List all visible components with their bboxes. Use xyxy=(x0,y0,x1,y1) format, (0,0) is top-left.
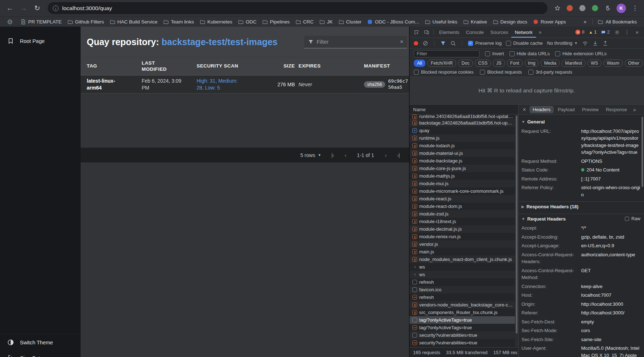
column-header[interactable]: LAST MODIFIED xyxy=(142,60,171,73)
request-row[interactable]: ws xyxy=(409,271,518,278)
resource-type-chip[interactable]: WS xyxy=(588,60,601,67)
extensions-puzzle-icon[interactable] xyxy=(602,3,613,14)
resource-type-chip[interactable]: Img xyxy=(525,60,539,67)
bookmark-item[interactable]: CRC xyxy=(293,19,317,25)
device-toolbar-icon[interactable] xyxy=(422,28,431,36)
bookmarks-overflow-icon[interactable]: » xyxy=(580,19,590,25)
request-row[interactable]: vendors-node_modules_backstage_core-c… xyxy=(409,301,518,309)
request-row[interactable]: quay xyxy=(409,127,518,134)
column-header[interactable]: EXPIRES xyxy=(299,63,364,69)
table-row[interactable]: latest-linux-arm64 Feb 6, 2024, 3:09 PM … xyxy=(81,75,409,93)
bookmark-item[interactable]: Useful links xyxy=(422,19,460,25)
request-row[interactable]: security?vulnerabilities=true xyxy=(409,339,518,347)
details-tab[interactable]: Payload xyxy=(554,106,578,113)
site-info-icon[interactable]: i xyxy=(53,5,59,11)
request-row[interactable]: refresh xyxy=(409,293,518,301)
raw-toggle[interactable]: Raw xyxy=(625,216,640,221)
column-header[interactable]: TAG xyxy=(87,63,142,69)
resource-type-chip[interactable]: Manifest xyxy=(562,60,585,67)
more-panels-icon[interactable]: » xyxy=(537,29,544,35)
export-har-icon[interactable] xyxy=(602,40,608,46)
details-tab[interactable]: Headers xyxy=(529,106,554,113)
resource-type-chip[interactable]: Font xyxy=(507,60,523,67)
import-har-icon[interactable] xyxy=(592,40,598,46)
bookmark-item[interactable]: Github Filters xyxy=(65,19,107,25)
record-button[interactable] xyxy=(414,41,418,45)
request-row[interactable]: src_components_Router_tsx.chunk.js xyxy=(409,309,518,316)
repo-filter-input[interactable] xyxy=(317,39,397,45)
request-row[interactable]: vendor.js xyxy=(409,240,518,248)
request-row[interactable]: module-mui.js xyxy=(409,180,518,187)
request-row[interactable]: favicon.ico xyxy=(409,286,518,293)
devtools-tab[interactable]: Elements xyxy=(436,27,463,38)
details-scrollbar[interactable] xyxy=(641,115,644,357)
request-row[interactable]: backstage.24024826a6aa81bdbf56.hot-up… xyxy=(409,119,518,127)
profile-avatar[interactable]: K xyxy=(617,4,626,13)
bookmark-item[interactable]: HAC Build Service xyxy=(107,19,160,25)
bookmark-item[interactable] xyxy=(4,19,18,25)
inspect-element-icon[interactable] xyxy=(412,28,421,36)
bookmark-item[interactable]: Knative xyxy=(460,19,490,25)
sidebar-item-root-page[interactable]: Root Page xyxy=(0,33,81,49)
filter-toggle-icon[interactable] xyxy=(440,40,446,46)
request-row[interactable]: main.js xyxy=(409,248,518,256)
request-row[interactable]: module-react-dom.js xyxy=(409,203,518,210)
resource-type-chip[interactable]: Media xyxy=(541,60,559,67)
network-filter-input[interactable] xyxy=(414,50,480,57)
forward-icon[interactable]: → xyxy=(17,2,30,14)
close-devtools-icon[interactable]: × xyxy=(632,28,642,36)
column-header[interactable]: SIZE xyxy=(271,63,299,69)
resource-type-chip[interactable]: Other xyxy=(625,60,643,67)
request-row[interactable]: module-lodash.js xyxy=(409,142,518,149)
blocked-filter-checkbox[interactable]: Blocked requests xyxy=(480,70,522,75)
resource-type-chip[interactable]: All xyxy=(414,60,425,67)
next-page-icon[interactable]: › xyxy=(385,152,386,158)
name-column-header[interactable]: Name xyxy=(409,105,518,114)
request-row[interactable]: module-i18next.js xyxy=(409,218,518,225)
bookmark-item[interactable]: Rover Apps xyxy=(530,19,569,25)
request-headers-section-header[interactable]: ▼ Request Headers Raw xyxy=(519,214,644,224)
resource-type-chip[interactable]: CSS xyxy=(475,60,491,67)
devtools-menu-icon[interactable]: ⋮ xyxy=(622,28,632,36)
sign-out-button[interactable]: Sign Out xyxy=(0,350,81,357)
browser-menu-icon[interactable]: ⋮ xyxy=(630,3,640,14)
url-bar[interactable]: i localhost:3000/quay xyxy=(48,2,548,14)
invert-checkbox[interactable]: Invert xyxy=(485,51,504,56)
request-row[interactable]: node_modules_react-dom_client_js.chunk.j… xyxy=(409,256,518,263)
close-details-icon[interactable]: × xyxy=(520,106,529,113)
manifest-hash[interactable]: 69c96c750aa5 xyxy=(388,78,409,90)
preserve-log-checkbox[interactable]: Preserve log xyxy=(468,40,502,46)
blocked-filter-checkbox[interactable]: Blocked response cookies xyxy=(414,70,473,75)
bookmark-item[interactable]: Kubernetes xyxy=(197,19,235,25)
devtools-tab[interactable]: Console xyxy=(463,27,487,38)
general-section-header[interactable]: ▼ General xyxy=(519,117,644,127)
scrollbar-thumb[interactable] xyxy=(641,117,643,187)
issues-badge[interactable]: 2 xyxy=(601,30,610,35)
devtools-tab[interactable]: Network xyxy=(511,27,536,38)
all-bookmarks-button[interactable]: All Bookmarks xyxy=(595,19,640,25)
resource-type-chip[interactable]: Wasm xyxy=(604,60,623,67)
request-row[interactable]: module-zod.js xyxy=(409,210,518,218)
request-row[interactable]: module-material-ui.js xyxy=(409,149,518,157)
more-details-tabs-icon[interactable]: » xyxy=(631,107,638,113)
blocked-filter-checkbox[interactable]: 3rd-party requests xyxy=(528,70,572,75)
extension-icon-3[interactable] xyxy=(592,5,598,11)
request-row[interactable]: module-react.js xyxy=(409,195,518,203)
hide-data-urls-checkbox[interactable]: Hide data URLs xyxy=(510,51,550,56)
bookmark-item[interactable]: ODC - JBoss Com... xyxy=(364,19,422,25)
request-row[interactable]: module-core-js-pure.js xyxy=(409,165,518,172)
reload-icon[interactable]: ↻ xyxy=(31,2,43,14)
request-row[interactable]: module-remix-run.js xyxy=(409,233,518,240)
response-headers-section-header[interactable]: ▶ Response Headers (18) xyxy=(519,201,644,212)
resource-type-chip[interactable]: Doc xyxy=(458,60,473,67)
request-row[interactable]: ws xyxy=(409,263,518,271)
resource-type-chip[interactable]: Fetch/XHR xyxy=(428,60,456,67)
devtools-settings-icon[interactable] xyxy=(612,28,622,36)
back-icon[interactable]: ← xyxy=(4,2,16,14)
console-warnings-badge[interactable]: ▲1 xyxy=(589,30,597,35)
request-row[interactable]: tag/?onlyActiveTags=true xyxy=(409,316,518,324)
hide-extension-urls-checkbox[interactable]: Hide extension URLs xyxy=(555,51,606,56)
last-page-icon[interactable]: ›| xyxy=(397,152,400,158)
network-conditions-icon[interactable] xyxy=(582,40,588,46)
clear-network-log-icon[interactable] xyxy=(422,40,428,46)
